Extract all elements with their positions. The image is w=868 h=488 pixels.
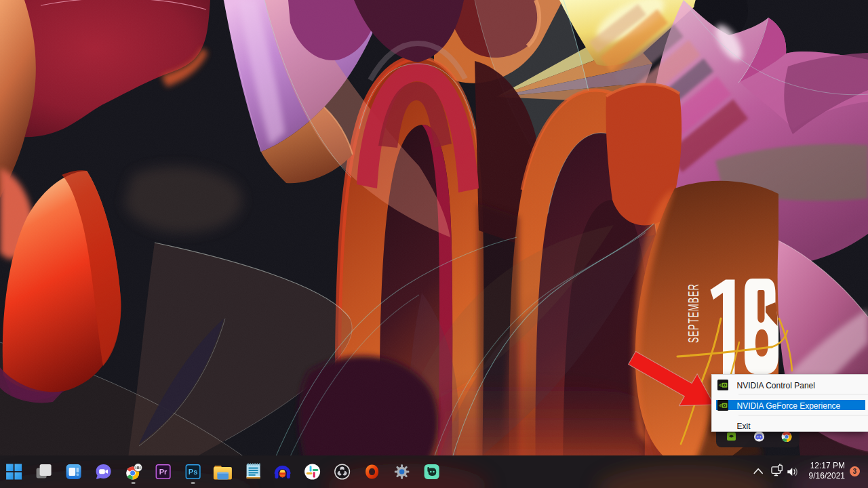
svg-text:Pr: Pr <box>159 468 167 476</box>
svg-text:HH: HH <box>136 466 141 470</box>
svg-text:Ps: Ps <box>189 468 197 476</box>
